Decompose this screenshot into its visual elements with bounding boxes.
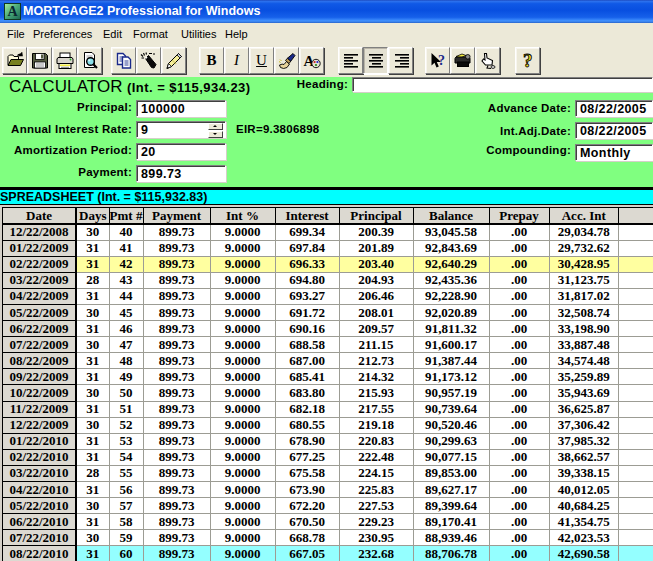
svg-text:?: ? xyxy=(523,52,533,70)
svg-text:?: ? xyxy=(438,53,445,68)
svg-text:A: A xyxy=(7,4,18,19)
